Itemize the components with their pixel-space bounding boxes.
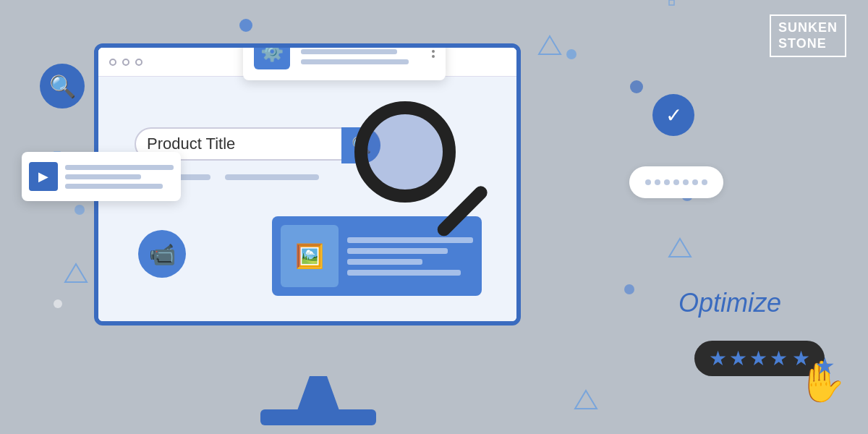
speech-bubble (629, 166, 723, 198)
svg-marker-9 (669, 239, 691, 257)
search-icon-topleft: 🔍 (40, 64, 85, 109)
settings-menu-dots (432, 48, 435, 58)
svg-point-7 (624, 284, 634, 294)
dot-3 (432, 55, 435, 58)
video-line-2 (65, 174, 141, 179)
monitor-base (260, 409, 376, 425)
video-camera-circle: 📹 (138, 230, 186, 278)
monitor: Product Title 🔍 📹 🖼️ (94, 43, 542, 354)
star-1: ★ (709, 346, 727, 370)
logo: SUNKEN STONE (770, 14, 846, 57)
bubble-dot-2 (655, 179, 660, 185)
video-line-3 (65, 184, 163, 189)
logo-line1: SUNKEN (778, 20, 838, 36)
result-line-2 (225, 174, 319, 180)
video-line-1 (65, 165, 174, 170)
bubble-dot-7 (702, 179, 707, 185)
browser-dot-1 (109, 59, 116, 66)
magnifier (354, 101, 499, 253)
svg-marker-10 (65, 264, 87, 282)
play-icon: ▶ (29, 162, 58, 191)
bubble-dot-5 (683, 179, 689, 185)
svg-marker-11 (575, 391, 597, 409)
bubble-dot-6 (692, 179, 698, 185)
video-card: ▶ (22, 152, 181, 201)
svg-point-5 (54, 299, 62, 308)
product-line-4 (347, 270, 461, 276)
star-2: ★ (729, 346, 747, 370)
magnifier-handle (435, 184, 490, 239)
svg-rect-13 (669, 0, 674, 5)
logo-line2: STONE (778, 36, 838, 52)
checkmark-circle: ✓ (652, 94, 694, 136)
settings-lines (301, 48, 421, 64)
bubble-dot-3 (664, 179, 670, 185)
settings-popup: ⚙️ (243, 48, 446, 80)
svg-point-0 (239, 19, 252, 32)
gear-icon: ⚙️ (254, 48, 290, 69)
bubble-dot-1 (645, 179, 651, 185)
hand-star: ★ (814, 352, 835, 380)
magnifier-circle (354, 101, 456, 203)
video-lines (65, 165, 174, 189)
play-triangle: ▶ (38, 169, 48, 184)
monitor-neck (297, 376, 340, 412)
star-4: ★ (770, 346, 788, 370)
product-line-3 (347, 259, 422, 265)
settings-line-3 (301, 59, 409, 64)
svg-point-4 (75, 205, 85, 215)
star-3: ★ (749, 346, 767, 370)
svg-point-1 (566, 49, 576, 59)
svg-point-2 (630, 80, 643, 93)
optimize-text: Optimize (678, 288, 781, 318)
search-bar-text: Product Title (147, 135, 235, 153)
dot-2 (432, 50, 435, 53)
bubble-dot-4 (673, 179, 679, 185)
browser-dot-2 (122, 59, 129, 66)
product-image-box: 🖼️ (281, 225, 339, 287)
settings-line-2 (301, 49, 397, 54)
browser-dot-3 (135, 59, 142, 66)
